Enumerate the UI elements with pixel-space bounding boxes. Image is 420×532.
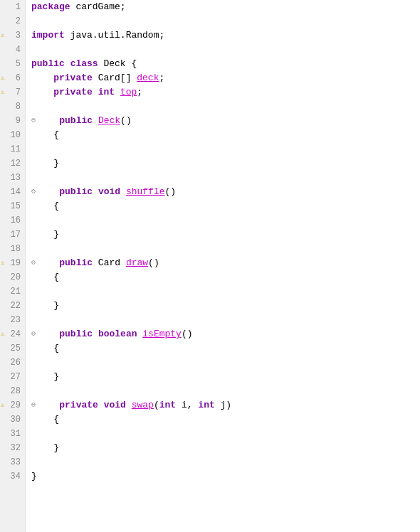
token (98, 398, 104, 413)
token (93, 327, 98, 341)
token: top (120, 85, 137, 100)
token (65, 57, 70, 71)
code-line-27: } (31, 370, 420, 384)
code-line-6: private Card[] deck; (31, 71, 420, 85)
line-number-10: 10 (0, 128, 25, 142)
token: { (31, 199, 59, 213)
token: } (31, 156, 59, 171)
line-number-33: 33 (0, 455, 25, 469)
line-number-9: 9 (0, 114, 25, 128)
token: () (120, 114, 132, 128)
code-line-1: package cardGame; (31, 0, 420, 14)
token: { (31, 413, 59, 427)
line-number-14: 14 (0, 185, 25, 199)
code-line-3: import java.util.Random; (31, 28, 420, 43)
code-line-24: ⊖ public boolean isEmpty() (31, 327, 420, 341)
token (37, 256, 59, 270)
line-number-28: 28 (0, 384, 25, 398)
line-number-17: 17 (0, 228, 25, 242)
fold-icon[interactable]: ⊖ (31, 185, 36, 199)
token: j) (215, 398, 231, 413)
line-number-7: ⚠7 (0, 85, 25, 100)
token: () (165, 185, 177, 199)
code-line-4 (31, 43, 420, 57)
fold-icon[interactable]: ⊖ (31, 114, 36, 128)
code-line-29: ⊖ private void swap(int i, int j) (31, 398, 420, 413)
code-line-7: private int top; (31, 85, 420, 100)
token: ; (159, 71, 164, 85)
token: boolean (98, 327, 137, 341)
token: cardGame; (70, 0, 126, 14)
line-number-3: ⚠3 (0, 28, 25, 43)
code-editor: 12⚠345⚠6⚠789101112131415161718⚠192021222… (0, 0, 420, 532)
code-content: package cardGame;import java.util.Random… (26, 0, 420, 532)
token: } (31, 469, 37, 484)
line-number-34: 34 (0, 469, 25, 484)
token: } (31, 228, 59, 242)
token: swap (132, 398, 154, 413)
code-line-19: ⊖ public Card draw() (31, 256, 420, 270)
code-line-11 (31, 142, 420, 156)
token (120, 185, 126, 199)
line-number-16: 16 (0, 213, 25, 228)
warning-icon: ⚠ (1, 256, 4, 270)
line-number-31: 31 (0, 427, 25, 441)
code-line-16 (31, 213, 420, 228)
token (37, 398, 59, 413)
code-line-33 (31, 455, 420, 469)
code-line-25: { (31, 341, 420, 356)
code-line-20: { (31, 270, 420, 284)
code-line-26 (31, 356, 420, 370)
code-line-13 (31, 171, 420, 185)
token (126, 398, 132, 413)
code-line-30: { (31, 413, 420, 427)
line-number-27: 27 (0, 370, 25, 384)
token: void (104, 398, 126, 413)
token: private (53, 85, 93, 100)
code-line-12: } (31, 156, 420, 171)
code-line-34: } (31, 469, 420, 484)
token: { (31, 341, 59, 356)
code-line-28 (31, 384, 420, 398)
code-line-31 (31, 427, 420, 441)
line-number-4: 4 (0, 43, 25, 57)
token: Card[] (93, 71, 137, 85)
token: int (198, 398, 214, 413)
line-number-22: 22 (0, 299, 25, 313)
token: public (59, 185, 93, 199)
token: deck (137, 71, 159, 85)
token: isEmpty (142, 327, 182, 341)
token (137, 327, 142, 341)
token: java.util.Random; (65, 28, 164, 43)
token: public (59, 327, 93, 341)
token: private (59, 398, 98, 413)
code-line-18 (31, 242, 420, 256)
token: ( (154, 398, 159, 413)
code-line-14: ⊖ public void shuffle() (31, 185, 420, 199)
fold-icon[interactable]: ⊖ (31, 327, 36, 341)
token: { (31, 128, 59, 142)
token (93, 185, 98, 199)
token: i, (176, 398, 198, 413)
line-number-25: 25 (0, 341, 25, 356)
line-numbers: 12⚠345⚠6⚠789101112131415161718⚠192021222… (0, 0, 26, 532)
token: shuffle (126, 185, 165, 199)
line-number-30: 30 (0, 413, 25, 427)
line-number-12: 12 (0, 156, 25, 171)
warning-icon: ⚠ (1, 28, 4, 43)
fold-icon[interactable]: ⊖ (31, 398, 36, 413)
line-number-6: ⚠6 (0, 71, 25, 85)
token (31, 71, 53, 85)
token: public (31, 57, 65, 71)
line-number-26: 26 (0, 356, 25, 370)
token: { (31, 270, 59, 284)
code-line-5: public class Deck { (31, 57, 420, 71)
fold-icon[interactable]: ⊖ (31, 256, 36, 270)
token: () (182, 327, 193, 341)
line-number-1: 1 (0, 0, 25, 14)
line-number-8: 8 (0, 100, 25, 114)
code-line-2 (31, 14, 420, 28)
line-number-21: 21 (0, 284, 25, 299)
token (93, 85, 98, 100)
token: Card (93, 256, 126, 270)
